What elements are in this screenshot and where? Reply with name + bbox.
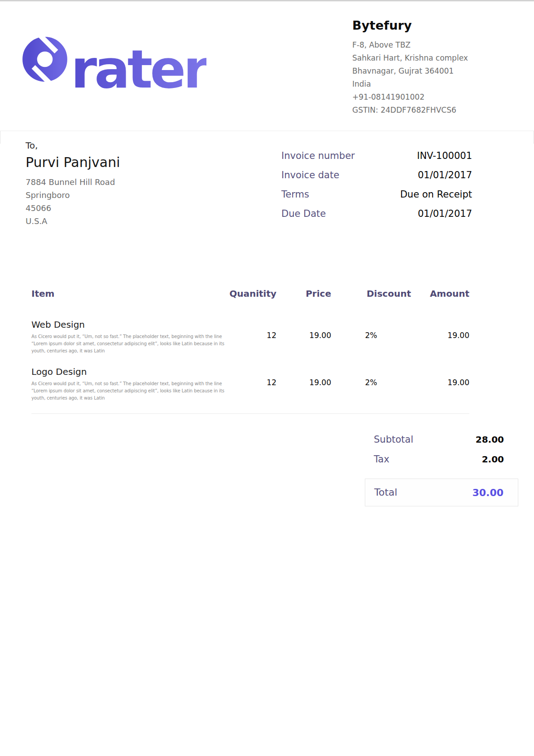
invoice-header: rater Bytefury F-8, Above TBZ Sahkari Ha… bbox=[0, 0, 534, 131]
company-name: Bytefury bbox=[352, 18, 523, 32]
total-label: Total bbox=[374, 487, 397, 498]
crater-logo-icon bbox=[20, 35, 70, 84]
item-price: 19.00 bbox=[276, 366, 331, 414]
subtotal-label: Subtotal bbox=[374, 434, 413, 445]
col-header-item: Item bbox=[31, 288, 220, 319]
company-phone: +91-08141901002 bbox=[352, 91, 523, 104]
customer-address-line: U.S.A bbox=[26, 215, 214, 228]
items-table-header-row: Item Quanitity Price Discount Amount bbox=[31, 288, 469, 319]
col-header-quantity: Quanitity bbox=[220, 288, 276, 319]
item-quantity: 12 bbox=[220, 366, 276, 414]
item-name: Web Design bbox=[31, 319, 220, 330]
item-amount: 19.00 bbox=[411, 319, 469, 366]
total-box: Total 30.00 bbox=[365, 479, 518, 506]
company-address-line: Bhavnagar, Gujrat 364001 bbox=[352, 65, 523, 78]
item-discount: 2% bbox=[331, 319, 411, 366]
bill-to-section: To, Purvi Panjvani 7884 Bunnel Hill Road… bbox=[26, 140, 214, 228]
col-header-price: Price bbox=[276, 288, 331, 319]
terms-row: Terms Due on Receipt bbox=[281, 189, 472, 200]
item-discount: 2% bbox=[331, 366, 411, 414]
items-table: Item Quanitity Price Discount Amount Web… bbox=[31, 288, 469, 414]
item-quantity: 12 bbox=[220, 319, 276, 366]
invoice-date-label: Invoice date bbox=[281, 169, 339, 181]
tax-label: Tax bbox=[374, 453, 390, 465]
invoice-date-value: 01/01/2017 bbox=[418, 169, 472, 181]
due-date-value: 01/01/2017 bbox=[418, 208, 472, 220]
terms-value: Due on Receipt bbox=[400, 189, 472, 200]
item-amount: 19.00 bbox=[411, 366, 469, 414]
invoice-date-row: Invoice date 01/01/2017 bbox=[281, 169, 472, 181]
col-header-amount: Amount bbox=[411, 288, 469, 319]
total-value: 30.00 bbox=[472, 487, 503, 498]
subtotal-row: Subtotal 28.00 bbox=[365, 434, 518, 445]
invoice-number-row: Invoice number INV-100001 bbox=[281, 150, 472, 162]
company-address-line: Sahkari Hart, Krishna complex bbox=[352, 52, 523, 65]
due-date-row: Due Date 01/01/2017 bbox=[281, 208, 472, 220]
invoice-meta: Invoice number INV-100001 Invoice date 0… bbox=[281, 150, 472, 227]
item-row: Logo Design As Cicero would put it, “Um,… bbox=[31, 366, 469, 414]
item-description: As Cicero would put it, “Um, not so fast… bbox=[31, 380, 225, 402]
customer-name: Purvi Panjvani bbox=[26, 154, 214, 170]
customer-address-line: 45066 bbox=[26, 202, 214, 215]
bill-to-heading: To, bbox=[26, 140, 214, 151]
item-name: Logo Design bbox=[31, 366, 220, 377]
company-address-line: F-8, Above TBZ bbox=[352, 39, 523, 52]
company-gstin: GSTIN: 24DDF7682FHVCS6 bbox=[352, 104, 523, 117]
terms-label: Terms bbox=[281, 189, 309, 200]
col-header-discount: Discount bbox=[331, 288, 411, 319]
invoice-page: rater Bytefury F-8, Above TBZ Sahkari Ha… bbox=[0, 0, 534, 756]
item-cell: Web Design As Cicero would put it, “Um, … bbox=[31, 319, 220, 366]
items-table-section: Item Quanitity Price Discount Amount Web… bbox=[31, 288, 469, 414]
company-address-line: India bbox=[352, 78, 523, 91]
totals-section: Subtotal 28.00 Tax 2.00 Total 30.00 bbox=[365, 434, 518, 506]
subtotal-value: 28.00 bbox=[476, 434, 504, 445]
customer-address-line: 7884 Bunnel Hill Road bbox=[26, 176, 214, 189]
due-date-label: Due Date bbox=[281, 208, 326, 220]
crater-wordmark: rater bbox=[71, 43, 206, 96]
company-info: Bytefury F-8, Above TBZ Sahkari Hart, Kr… bbox=[352, 18, 523, 117]
customer-address: 7884 Bunnel Hill Road Springboro 45066 U… bbox=[26, 176, 214, 228]
item-price: 19.00 bbox=[276, 319, 331, 366]
invoice-number-label: Invoice number bbox=[281, 150, 355, 162]
customer-address-line: Springboro bbox=[26, 189, 214, 202]
item-cell: Logo Design As Cicero would put it, “Um,… bbox=[31, 366, 220, 414]
invoice-number-value: INV-100001 bbox=[417, 150, 472, 162]
tax-row: Tax 2.00 bbox=[365, 453, 518, 465]
item-row: Web Design As Cicero would put it, “Um, … bbox=[31, 319, 469, 366]
tax-value: 2.00 bbox=[482, 454, 504, 465]
item-description: As Cicero would put it, “Um, not so fast… bbox=[31, 333, 225, 355]
